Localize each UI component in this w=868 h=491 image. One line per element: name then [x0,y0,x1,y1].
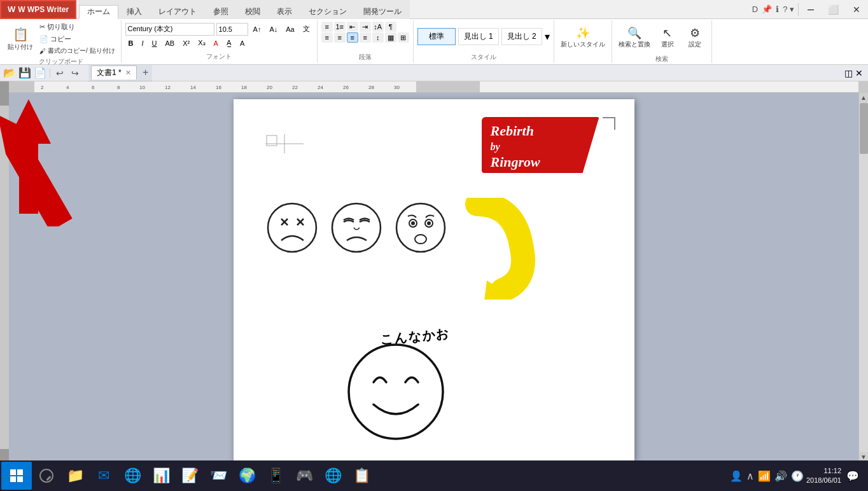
right-scrollbar[interactable]: ▲ ▼ [858,93,868,462]
svg-text:6: 6 [92,85,95,90]
list-number-button[interactable]: 1≡ [334,22,346,32]
notification-btn[interactable]: 💬 [844,462,862,490]
taskbar-chrome[interactable]: 🌐 [118,462,146,490]
tab-home[interactable]: ホーム [79,5,118,19]
new-tab-button[interactable]: + [139,66,152,79]
svg-rect-35 [267,135,277,146]
logo-text: Rebirth by Ringrow [491,122,540,172]
svg-rect-51 [17,469,23,475]
svg-point-41 [332,204,381,252]
align-justify-button[interactable]: ≡ [347,32,358,43]
maximize-btn[interactable]: ⬜ [823,3,844,16]
ribbon-content: 📋 貼り付け ✂ 切り取り 📄 コピー 🖌 書式のコピー/ 貼り付け [0,19,868,65]
svg-point-49 [349,345,443,439]
superscript-button[interactable]: X² [179,37,193,50]
tab-section[interactable]: セクション [300,5,355,19]
underline-button[interactable]: U [149,37,160,50]
list-bullet-button[interactable]: ≡ [321,22,333,32]
svg-text:8: 8 [117,85,120,90]
align-right-button[interactable]: ≡ [360,32,371,43]
taskbar-sys-icons[interactable]: 👤 ∧ 📶 🔊 🕐 [730,470,804,482]
format-copy-button[interactable]: 🖌 書式のコピー/ 貼り付け [38,46,117,56]
tab-layout[interactable]: レイアウト [150,5,205,19]
style-standard[interactable]: 標準 [417,28,456,45]
taskbar-mail[interactable]: 📨 [204,462,232,490]
font-grow-button[interactable]: A↑ [250,23,265,36]
fontcolor-button[interactable]: A [211,37,221,50]
taskbar-excel[interactable]: 📊 [147,462,175,490]
taskbar-outlook[interactable]: ✉ [90,462,118,490]
bold-button[interactable]: B [125,37,137,50]
indent-decrease-button[interactable]: ⇤ [347,22,358,32]
clock-icon: 🕐 [791,470,804,482]
close-btn[interactable]: ✕ [848,3,865,16]
undo-btn[interactable]: ↩ [53,66,67,80]
svg-text:18: 18 [241,85,247,90]
cut-button[interactable]: ✂ 切り取り [38,22,117,32]
doc-tab-active[interactable]: 文書1 * ✕ [91,66,137,80]
scroll-thumb[interactable] [860,103,868,154]
select-button[interactable]: ↖ 選択 [655,22,680,53]
save-btn[interactable]: 💾 [18,66,32,80]
clear-format-button[interactable]: Aa [283,23,297,36]
paste-button[interactable]: 📋 貼り付け [5,23,36,55]
svg-point-36 [268,204,316,252]
shading-button[interactable]: ▦ [385,32,396,43]
align-left-button[interactable]: ≡ [321,32,333,43]
doc-tab-close[interactable]: ✕ [125,69,131,77]
font-name-input[interactable] [125,23,214,36]
scroll-track[interactable] [859,102,869,452]
redo-btn[interactable]: ↪ [68,66,82,80]
close-sidebar-icon[interactable]: ✕ [855,68,863,78]
style-heading1[interactable]: 見出し 1 [458,28,499,45]
align-center-button[interactable]: ≡ [334,32,346,43]
taskbar-app4[interactable]: 📋 [347,462,375,490]
font-row2: B I U AB X² X₂ A A̲ A [125,37,313,50]
find-replace-button[interactable]: 🔍 検索と置換 [616,22,653,53]
style-heading2[interactable]: 見出し 2 [501,28,542,45]
subscript-button[interactable]: X₂ [195,37,208,50]
folder-btn[interactable]: 📂 [3,66,17,80]
tab-developer[interactable]: 開発ツール [355,5,410,19]
wps-button[interactable]: W W WPS Writer [0,0,76,19]
settings-button[interactable]: ⚙ 設定 [682,22,708,53]
svg-text:12: 12 [165,85,171,90]
taskbar-edge[interactable]: 🌍 [233,462,261,490]
sort-button[interactable]: ↕A [372,22,384,32]
taskbar-app3[interactable]: 🌐 [319,462,347,490]
sidebar-right-icon[interactable]: ◫ [844,68,853,78]
svg-text:24: 24 [318,85,323,90]
indent-increase-button[interactable]: ⇥ [360,22,371,32]
chevron-icon[interactable]: ∧ [746,470,754,482]
styles-scroll-down[interactable]: ▾ [545,31,550,43]
phonetic-button[interactable]: 文 [300,23,313,36]
taskbar-app2[interactable]: 🎮 [290,462,318,490]
taskbar-file-explorer[interactable]: 📁 [61,462,89,490]
shadow-button[interactable]: A [237,37,248,50]
taskbar-app1[interactable]: 📱 [262,462,290,490]
italic-button[interactable]: I [139,37,147,50]
tab-references[interactable]: 参照 [205,5,237,19]
new-style-button[interactable]: ✨ 新しいスタイル [558,22,608,53]
minimize-btn[interactable]: ─ [802,3,819,16]
tab-review[interactable]: 校閲 [237,5,269,19]
red-arrow-annotation [0,99,76,228]
highlight-button[interactable]: A̲ [223,37,235,50]
tab-insert[interactable]: 挿入 [118,5,150,19]
show-marks-button[interactable]: ¶ [385,22,396,32]
face-3 [394,201,448,301]
document-area[interactable]: Rebirth by Ringrow [9,93,858,462]
scroll-up-btn[interactable]: ▲ [859,93,869,102]
font-shrink-button[interactable]: A↓ [266,23,281,36]
copy-button[interactable]: 📄 コピー [38,34,117,45]
start-button[interactable] [1,462,32,490]
font-size-input[interactable] [216,23,248,36]
open-btn[interactable]: 📄 [33,66,47,80]
line-spacing-button[interactable]: ↕ [372,32,384,43]
search-taskbar[interactable] [32,462,60,490]
tab-view[interactable]: 表示 [269,5,300,19]
strikethrough-button[interactable]: AB [162,37,178,50]
taskbar-word[interactable]: 📝 [176,462,204,490]
border-button[interactable]: ⊞ [398,32,409,43]
face-2 [330,201,384,301]
